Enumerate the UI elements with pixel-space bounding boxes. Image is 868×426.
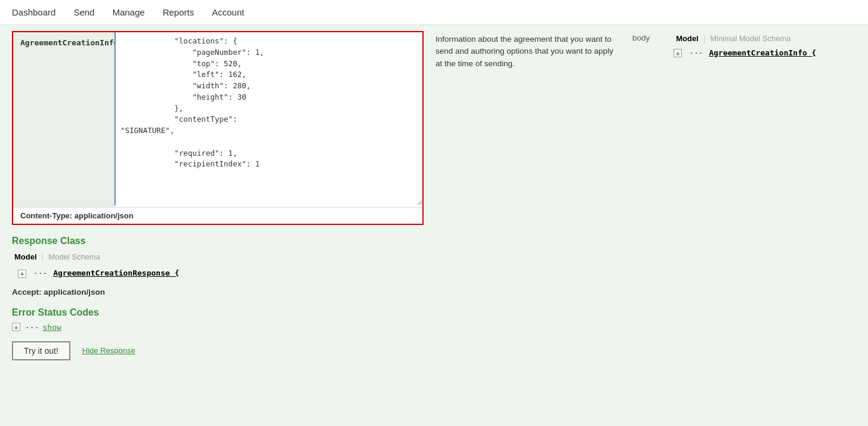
resp-tab-model[interactable]: Model (12, 251, 39, 263)
param-name: AgreementCreationInfo (13, 32, 115, 207)
tab-model[interactable]: Model (674, 34, 701, 43)
ellipsis-dots: ··· (689, 48, 703, 57)
response-class-section: Response Class Model | Model Schema + ··… (12, 236, 856, 278)
resp-schema-link[interactable]: AgreementCreationResponse { (53, 268, 179, 277)
right-panel: Information about the agreement that you… (435, 31, 856, 70)
response-schema-item: + ··· AgreementCreationResponse { (18, 268, 856, 278)
nav-manage[interactable]: Manage (112, 0, 144, 25)
nav-account[interactable]: Account (212, 0, 244, 25)
param-textarea[interactable] (115, 32, 422, 205)
model-schema-item: + ··· AgreementCreationInfo { (674, 48, 816, 58)
param-box: AgreementCreationInfo Content-Type: appl… (12, 31, 424, 225)
body-label: body (632, 33, 650, 42)
response-model-tabs: Model | Model Schema (12, 251, 856, 263)
error-status-section: Error Status Codes + ··· show (12, 307, 856, 332)
nav-reports[interactable]: Reports (163, 0, 194, 25)
accept-value: application/json (44, 288, 105, 297)
content-type-value: application/json (75, 211, 134, 220)
accept-label: Accept: (12, 288, 44, 297)
nav-send[interactable]: Send (73, 0, 94, 25)
content-type-label: Content-Type: (20, 211, 75, 220)
param-content-type-row: Content-Type: application/json (13, 207, 422, 224)
main-content: AgreementCreationInfo Content-Type: appl… (0, 25, 868, 426)
resp-tab-divider: | (42, 252, 44, 262)
resp-tab-model-schema[interactable]: Model Schema (46, 251, 103, 263)
expand-icon[interactable]: + (674, 49, 682, 57)
error-ellipsis-dots: ··· (25, 323, 39, 332)
resp-ellipsis-dots: ··· (33, 268, 47, 277)
param-textarea-cell (115, 32, 422, 207)
error-expand-icon[interactable]: + (12, 323, 20, 331)
right-info-row: Information about the agreement that you… (435, 33, 856, 70)
response-class-title: Response Class (12, 236, 856, 246)
try-it-out-button[interactable]: Try it out! (12, 341, 70, 360)
nav-dashboard[interactable]: Dashboard (12, 0, 55, 25)
tab-divider: | (703, 34, 706, 44)
error-status-title: Error Status Codes (12, 307, 856, 318)
accept-line: Accept: application/json (12, 288, 856, 297)
resp-expand-icon[interactable]: + (18, 270, 26, 278)
model-tabs: Model | Minimal Model Schema (674, 34, 793, 44)
param-top: AgreementCreationInfo (13, 32, 422, 207)
tab-minimal-model-schema[interactable]: Minimal Model Schema (708, 34, 793, 43)
error-show-row: + ··· show (12, 323, 856, 332)
bottom-row: Try it out! Hide Response (12, 341, 856, 360)
hide-response-link[interactable]: Hide Response (82, 346, 135, 355)
param-description: Information about the agreement that you… (435, 33, 614, 70)
navbar: Dashboard Send Manage Reports Account (0, 0, 868, 25)
error-show-link[interactable]: show (42, 323, 61, 332)
request-body-section: AgreementCreationInfo Content-Type: appl… (12, 31, 856, 233)
schema-link[interactable]: AgreementCreationInfo { (709, 48, 816, 57)
model-tabs-container: Model | Minimal Model Schema + ··· Agree… (674, 33, 816, 57)
